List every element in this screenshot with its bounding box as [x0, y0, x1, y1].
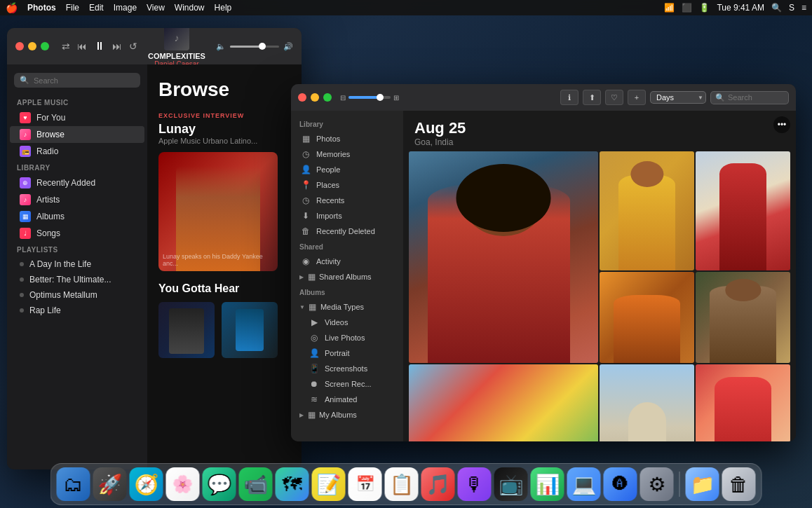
apple-menu[interactable]: 🍎 [6, 2, 18, 13]
photos-sidebar-shared-albums[interactable]: ▶ ▦ Shared Albums [291, 269, 403, 284]
photo-cell-dancer[interactable] [696, 364, 790, 441]
sidebar-item-browse[interactable]: ♪ Browse [10, 126, 144, 143]
sidebar-item-day-in-life[interactable]: A Day In the Life [10, 256, 144, 272]
dock-system-preferences[interactable]: ⚙ [640, 467, 674, 501]
photos-sidebar-media-types[interactable]: ▼ ▦ Media Types [291, 299, 403, 315]
photos-sidebar-videos[interactable]: ▶ Videos [292, 315, 402, 330]
menubar: 🍎 Photos File Edit Image View Window Hel… [0, 0, 812, 15]
photos-search-input[interactable] [728, 93, 784, 102]
dock-appstore[interactable]: 🅐 [604, 467, 637, 501]
photo-cell-taj[interactable] [600, 364, 694, 441]
photos-sidebar-memories[interactable]: ◷ Memories [292, 146, 402, 162]
close-button[interactable] [15, 42, 24, 50]
mini-card-2[interactable] [222, 302, 278, 358]
shuffle-button[interactable]: ⇄ [62, 41, 70, 52]
dock-notes[interactable]: 📝 [312, 467, 346, 501]
sidebar-item-radio[interactable]: 📻 Radio [10, 143, 144, 160]
photo-cell-man-yellow[interactable] [600, 151, 694, 270]
dock-maps[interactable]: 🗺 [276, 467, 309, 501]
more-options-button[interactable]: ••• [773, 116, 790, 133]
dock-safari[interactable]: 🧭 [130, 467, 163, 501]
next-button[interactable]: ⏭ [112, 41, 122, 52]
dock-finder[interactable]: 🗂 [57, 467, 90, 501]
photos-sidebar-screen-recording[interactable]: ⏺ Screen Rec... [292, 376, 402, 392]
photos-minimize-button[interactable] [311, 93, 319, 102]
dock-migration[interactable]: 💻 [567, 467, 601, 501]
sidebar-item-artists[interactable]: ♪ Artists [10, 191, 144, 208]
search-bar[interactable]: 🔍 [14, 73, 140, 88]
maximize-button[interactable] [41, 42, 49, 50]
photo-cell-woman-orange[interactable] [600, 272, 694, 363]
sidebar-item-rap-life[interactable]: Rap Life [10, 303, 144, 318]
prev-button[interactable]: ⏮ [77, 41, 87, 52]
photos-sidebar-recently-deleted[interactable]: 🗑 Recently Deleted [292, 224, 402, 239]
search-menubar-icon[interactable]: 🔍 [771, 3, 782, 13]
my-albums-expand: ▶ [299, 412, 304, 418]
artist-card[interactable]: Lunay speaks on his Daddy Yankee anc... [158, 152, 278, 271]
volume-slider[interactable] [230, 46, 279, 48]
photo-cell-cloth[interactable] [409, 364, 598, 441]
volume-control[interactable]: 🔈 🔊 [216, 42, 293, 51]
photos-sidebar-animated[interactable]: ≋ Animated [292, 392, 402, 407]
photos-sidebar-recents[interactable]: ◷ Recents [292, 193, 402, 208]
photos-sidebar-my-albums[interactable]: ▶ ▦ My Albums [291, 407, 403, 423]
menubar-window[interactable]: Window [175, 3, 205, 13]
menubar-help[interactable]: Help [215, 3, 232, 13]
favorite-button[interactable]: ♡ [605, 90, 623, 105]
photos-maximize-button[interactable] [323, 93, 332, 102]
music-sidebar: 🔍 Apple Music ♥ For You ♪ Browse 📻 Radio… [7, 64, 147, 469]
dock-calendar[interactable]: 📅 [349, 467, 382, 501]
photos-sidebar-people[interactable]: 👤 People [292, 162, 402, 177]
photos-sidebar-photos[interactable]: ▦ Photos [292, 131, 402, 146]
siri-icon[interactable]: S [789, 3, 794, 13]
dock-facetime[interactable]: 📹 [239, 467, 273, 501]
info-button[interactable]: ℹ [560, 90, 578, 105]
photos-close-button[interactable] [298, 93, 306, 102]
photos-sidebar-screenshots[interactable]: 📱 Screenshots [292, 361, 402, 376]
photos-sidebar-places[interactable]: 📍 Places [292, 177, 402, 193]
dock-trash[interactable]: 🗑 [722, 467, 756, 501]
dock-photos[interactable]: 🌸 [166, 467, 200, 501]
add-button[interactable]: + [628, 90, 646, 105]
days-selector-wrapper[interactable]: Days Months Years All Photos ▼ [650, 91, 706, 104]
sidebar-item-for-you[interactable]: ♥ For You [10, 109, 144, 126]
sidebar-item-optimus[interactable]: Optimus Metallum [10, 287, 144, 303]
share-button[interactable]: ⬆ [583, 90, 601, 105]
photos-sidebar-portrait[interactable]: 👤 Portrait [292, 345, 402, 361]
sidebar-item-better[interactable]: Better: The Ultimate... [10, 272, 144, 287]
dock-reminders[interactable]: 📋 [385, 467, 419, 501]
dock-launchpad[interactable]: 🚀 [93, 467, 127, 501]
repeat-button[interactable]: ↺ [129, 41, 137, 52]
photos-sidebar-live-photos[interactable]: ◎ Live Photos [292, 330, 402, 345]
recently-added-label: Recently Added [36, 178, 95, 188]
search-input[interactable] [34, 76, 135, 85]
control-center-icon[interactable]: ≡ [801, 3, 806, 13]
pause-button[interactable]: ⏸ [94, 40, 105, 53]
progress-thumb [377, 94, 384, 101]
menubar-file[interactable]: File [66, 3, 79, 13]
menubar-edit[interactable]: Edit [89, 3, 104, 13]
photo-cell-man-dark[interactable] [696, 272, 790, 363]
dock-tv[interactable]: 📺 [494, 467, 528, 501]
progress-track[interactable] [349, 96, 391, 99]
photos-sidebar-imports[interactable]: ⬇ Imports [292, 208, 402, 224]
days-select[interactable]: Days Months Years All Photos [650, 91, 706, 104]
photo-cell-main[interactable] [409, 151, 598, 363]
dock-music[interactable]: 🎵 [421, 467, 455, 501]
menubar-image[interactable]: Image [114, 3, 137, 13]
sidebar-item-albums[interactable]: ▦ Albums [10, 208, 144, 225]
sidebar-item-recently-added[interactable]: ⊕ Recently Added [10, 174, 144, 191]
sidebar-item-songs[interactable]: ♩ Songs [10, 225, 144, 242]
photo-cell-sari[interactable] [696, 151, 790, 270]
minimize-button[interactable] [28, 42, 36, 50]
photos-sidebar-activity[interactable]: ◉ Activity [292, 254, 402, 269]
menubar-app-name[interactable]: Photos [27, 3, 56, 13]
dock-podcasts[interactable]: 🎙 [458, 467, 492, 501]
menubar-view[interactable]: View [147, 3, 165, 13]
dock-downloads[interactable]: 📁 [686, 467, 719, 501]
mini-card-1[interactable] [158, 302, 215, 358]
dock-messages[interactable]: 💬 [203, 467, 236, 501]
animated-label: Animated [325, 395, 357, 404]
photos-search-bar[interactable]: 🔍 [710, 91, 789, 104]
dock-numbers[interactable]: 📊 [531, 467, 564, 501]
